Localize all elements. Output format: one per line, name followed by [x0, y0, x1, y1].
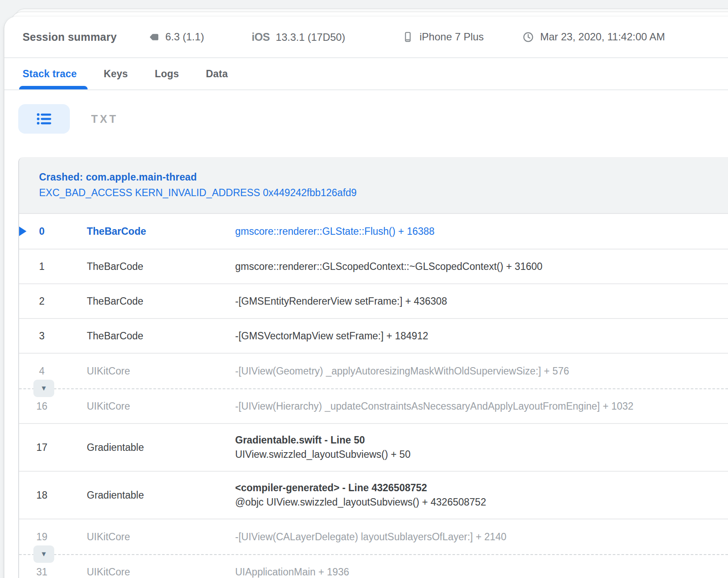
frame-symbol-text: gmscore::renderer::GLState::Flush() + 16…	[235, 224, 728, 239]
stack-frame-row[interactable]: 4 UIKitCore -[UIView(Geometry) _applyAut…	[19, 354, 728, 388]
frame-symbol: <compiler-generated> - Line 4326508752 @…	[235, 481, 728, 509]
crash-banner: Crashed: com.apple.main-thread EXC_BAD_A…	[19, 157, 728, 214]
frame-symbol-text: UIApplicationMain + 1936	[235, 565, 728, 578]
frame-binary: TheBarCode	[65, 330, 235, 342]
stack-frame-row[interactable]: 18 Gradientable <compiler-generated> - L…	[19, 472, 728, 519]
frame-symbol: UIApplicationMain + 1936	[235, 565, 728, 578]
stack-frame-row[interactable]: 16 UIKitCore -[UIView(Hierarchy) _update…	[19, 389, 728, 424]
version-tag-icon	[148, 32, 159, 43]
session-tabs: Stack trace Keys Logs Data	[4, 58, 728, 90]
txt-view-button[interactable]: TXT	[91, 104, 118, 134]
clock-icon	[522, 31, 534, 43]
frame-number: 4	[19, 365, 65, 377]
device-model: iPhone 7 Plus	[402, 31, 484, 43]
frame-symbol-text: @objc UIView.swizzled_layoutSubviews() +…	[235, 495, 728, 509]
session-header: Session summary 6.3 (1.1) iOS 13.3.1 (17…	[4, 16, 728, 58]
list-view-icon	[36, 112, 52, 125]
frame-symbol: -[UIView(Hierarchy) _updateConstraintsAs…	[235, 399, 728, 414]
frame-symbol: Gradientable.swift - Line 50 UIView.swiz…	[235, 433, 728, 462]
frame-symbol-text: -[UIView(CALayerDelegate) layoutSublayer…	[235, 530, 728, 544]
crash-exception-subtitle: EXC_BAD_ACCESS KERN_INVALID_ADDRESS 0x44…	[39, 184, 728, 201]
frame-number: 16	[19, 401, 65, 412]
app-version: 6.3 (1.1)	[148, 31, 204, 43]
frame-binary: TheBarCode	[65, 261, 235, 273]
frame-symbol-text: -[GMSEntityRendererView setFrame:] + 436…	[235, 294, 728, 309]
frame-binary: TheBarCode	[65, 226, 235, 237]
frame-symbol-file: <compiler-generated> - Line 4326508752	[235, 481, 728, 495]
ios-icon: iOS	[252, 31, 270, 43]
list-view-button[interactable]	[18, 104, 70, 134]
frame-binary: Gradientable	[65, 489, 235, 501]
frame-symbol-text: -[UIView(Hierarchy) _updateConstraintsAs…	[235, 399, 728, 414]
frame-symbol: -[UIView(Geometry) _applyAutoresizingMas…	[235, 364, 728, 378]
stack-frame-row[interactable]: 0 TheBarCode gmscore::renderer::GLState:…	[19, 214, 728, 250]
frame-symbol: -[GMSEntityRendererView setFrame:] + 436…	[235, 294, 728, 309]
stack-frame-row[interactable]: 1 TheBarCode gmscore::renderer::GLScoped…	[19, 250, 728, 284]
frame-number: 3	[19, 330, 65, 342]
tab-keys[interactable]: Keys	[104, 68, 128, 80]
crash-thread-title: Crashed: com.apple.main-thread	[39, 170, 728, 184]
chevron-down-icon: ▼	[40, 385, 47, 392]
tab-stack-trace[interactable]: Stack trace	[23, 68, 77, 80]
page-title: Session summary	[23, 31, 117, 43]
frame-number: 1	[19, 261, 65, 273]
frame-number: 18	[19, 489, 65, 501]
frame-symbol-text: -[GMSVectorMapView setFrame:] + 184912	[235, 329, 728, 343]
frame-symbol: -[GMSVectorMapView setFrame:] + 184912	[235, 329, 728, 343]
session-timestamp: Mar 23, 2020, 11:42:00 AM	[522, 31, 665, 43]
frame-symbol: gmscore::renderer::GLScopedContext::~GLS…	[235, 259, 728, 274]
frame-symbol-file: Gradientable.swift - Line 50	[235, 433, 728, 447]
frame-number: 2	[19, 296, 65, 307]
expand-frames-button[interactable]: ▼	[33, 380, 54, 397]
stack-frame-row[interactable]: 17 Gradientable Gradientable.swift - Lin…	[19, 424, 728, 472]
collapsed-frames-divider: ▼	[19, 388, 728, 389]
frame-symbol-text: UIView.swizzled_layoutSubviews() + 50	[235, 447, 728, 462]
app-version-label: 6.3 (1.1)	[165, 31, 204, 43]
stack-frame-row[interactable]: 31 UIKitCore UIApplicationMain + 1936	[19, 555, 728, 578]
os-version: iOS 13.3.1 (17D50)	[252, 31, 345, 43]
frame-symbol-text: -[UIView(Geometry) _applyAutoresizingMas…	[235, 364, 728, 378]
active-tab-indicator	[19, 86, 88, 89]
collapsed-frames-divider: ▼	[19, 554, 728, 555]
stack-frame-row[interactable]: 3 TheBarCode -[GMSVectorMapView setFrame…	[19, 319, 728, 354]
session-summary-card: Session summary 6.3 (1.1) iOS 13.3.1 (17…	[4, 16, 728, 578]
frame-number: 17	[19, 442, 65, 453]
frame-binary: UIKitCore	[65, 365, 235, 377]
tab-logs[interactable]: Logs	[155, 68, 179, 80]
os-version-label: 13.3.1 (17D50)	[276, 31, 345, 43]
frame-binary: UIKitCore	[65, 566, 235, 578]
frame-symbol-text: gmscore::renderer::GLScopedContext::~GLS…	[235, 259, 728, 274]
stack-trace-panel: Crashed: com.apple.main-thread EXC_BAD_A…	[18, 157, 728, 578]
frame-binary: TheBarCode	[65, 296, 235, 307]
stack-frame-row[interactable]: 19 UIKitCore -[UIView(CALayerDelegate) l…	[19, 519, 728, 554]
expand-frames-button[interactable]: ▼	[33, 545, 54, 563]
frame-binary: UIKitCore	[65, 531, 235, 543]
frame-number: 31	[19, 566, 65, 578]
frame-number: 19	[19, 531, 65, 543]
frame-binary: Gradientable	[65, 442, 235, 453]
stack-frame-row[interactable]: 2 TheBarCode -[GMSEntityRendererView set…	[19, 284, 728, 319]
frame-symbol: gmscore::renderer::GLState::Flush() + 16…	[235, 224, 728, 239]
tab-data[interactable]: Data	[206, 68, 228, 80]
frame-symbol: -[UIView(CALayerDelegate) layoutSublayer…	[235, 530, 728, 544]
chevron-down-icon: ▼	[40, 551, 47, 558]
crashed-frame-marker-icon	[19, 227, 26, 236]
phone-icon	[402, 31, 413, 43]
view-toggle-toolbar: TXT	[4, 90, 728, 155]
device-model-label: iPhone 7 Plus	[420, 31, 484, 43]
stack-frame-list: 0 TheBarCode gmscore::renderer::GLState:…	[19, 214, 728, 578]
session-timestamp-label: Mar 23, 2020, 11:42:00 AM	[540, 31, 665, 43]
frame-binary: UIKitCore	[65, 401, 235, 412]
